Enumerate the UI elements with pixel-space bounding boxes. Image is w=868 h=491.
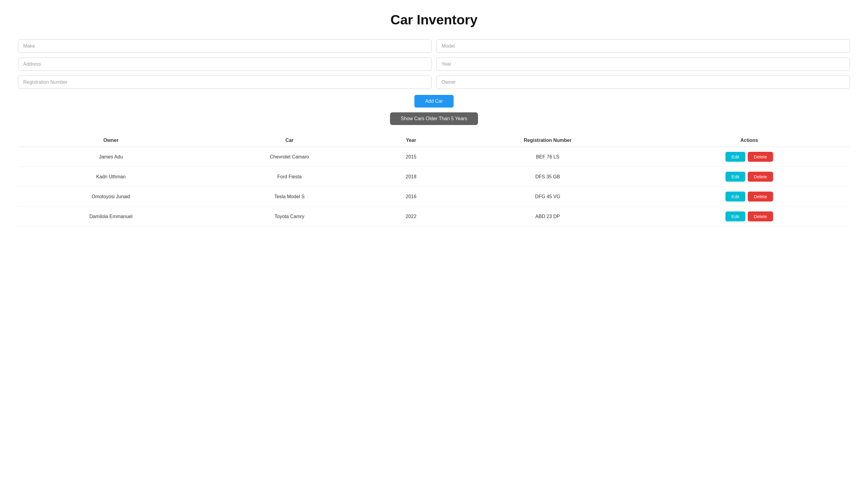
row-actions: EditDelete (649, 187, 850, 207)
table-header-registration-number: Registration Number (447, 134, 649, 147)
table-header-owner: Owner (18, 134, 204, 147)
row-owner: Omotoyosi Junaid (18, 187, 204, 207)
table-row: Omotoyosi JunaidTesla Model S2016DFG 45 … (18, 187, 850, 207)
row-owner: Damilola Emmanuel (18, 207, 204, 227)
table-row: James AduChevrolet Camaro2015BEF 76 LSEd… (18, 147, 850, 167)
year-input[interactable] (437, 58, 850, 71)
row-year: 2022 (375, 207, 447, 227)
row-year: 2015 (375, 147, 447, 167)
row-actions: EditDelete (649, 207, 850, 227)
action-buttons: EditDelete (653, 211, 845, 222)
car-table: OwnerCarYearRegistration NumberActions J… (18, 134, 850, 227)
row-owner: James Adu (18, 147, 204, 167)
row-car: Ford Fiesta (204, 167, 375, 187)
owner-input[interactable] (437, 76, 850, 89)
row-actions: EditDelete (649, 147, 850, 167)
row-car: Chevrolet Camaro (204, 147, 375, 167)
row-year: 2016 (375, 187, 447, 207)
edit-button[interactable]: Edit (725, 192, 745, 202)
table-header-year: Year (375, 134, 447, 147)
car-form (18, 39, 850, 89)
registration-input[interactable] (18, 76, 431, 89)
row-actions: EditDelete (649, 167, 850, 187)
row-registration: DFG 45 VG (447, 187, 649, 207)
table-row: Damilola EmmanuelToyota Camry2022ABD 23 … (18, 207, 850, 227)
table-row: Kadri UthmanFord Fiesta2018DFS 35 GBEdit… (18, 167, 850, 187)
table-header-actions: Actions (649, 134, 850, 147)
row-registration: DFS 35 GB (447, 167, 649, 187)
make-input[interactable] (18, 39, 431, 53)
edit-button[interactable]: Edit (725, 172, 745, 182)
address-input[interactable] (18, 58, 431, 71)
edit-button[interactable]: Edit (725, 152, 745, 162)
model-input[interactable] (437, 39, 850, 53)
add-car-button[interactable]: Add Car (414, 95, 454, 108)
edit-button[interactable]: Edit (725, 211, 745, 222)
page-title: Car Inventory (18, 12, 850, 27)
row-registration: ABD 23 DP (447, 207, 649, 227)
action-buttons: EditDelete (653, 192, 845, 202)
delete-button[interactable]: Delete (748, 172, 773, 182)
action-buttons: EditDelete (653, 152, 845, 162)
row-car: Toyota Camry (204, 207, 375, 227)
delete-button[interactable]: Delete (748, 211, 773, 222)
row-year: 2018 (375, 167, 447, 187)
filter-old-cars-button[interactable]: Show Cars Older Than 5 Years (390, 112, 478, 125)
row-car: Tesla Model S (204, 187, 375, 207)
row-registration: BEF 76 LS (447, 147, 649, 167)
delete-button[interactable]: Delete (748, 152, 773, 162)
row-owner: Kadri Uthman (18, 167, 204, 187)
action-buttons: EditDelete (653, 172, 845, 182)
delete-button[interactable]: Delete (748, 192, 773, 202)
table-header-car: Car (204, 134, 375, 147)
